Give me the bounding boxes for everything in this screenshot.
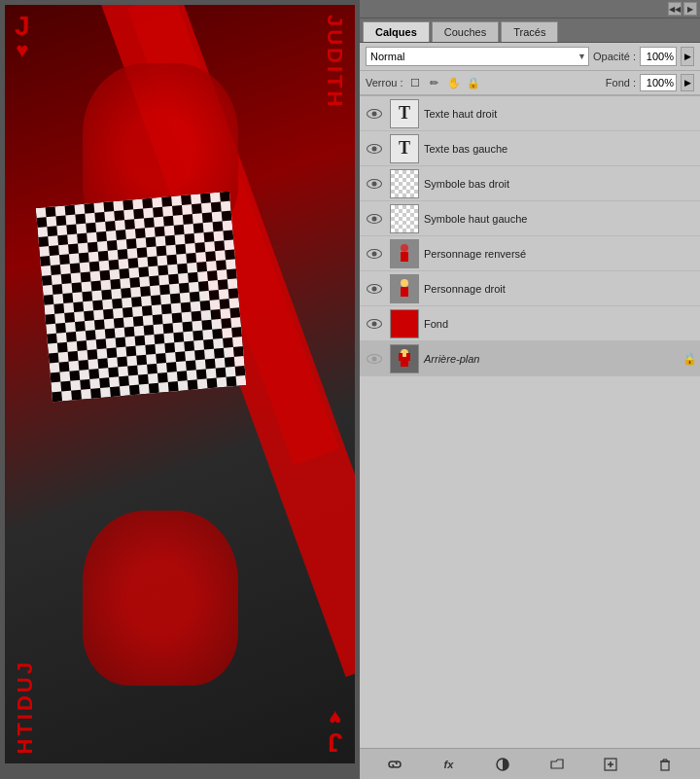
heart-bottom-right: ♥ [330,707,342,728]
lock-transparent-btn[interactable]: ☐ [407,75,423,90]
lock-label: Verrou : [366,77,403,89]
new-layer-btn[interactable] [600,754,621,775]
eye-icon-fond [367,319,382,329]
layers-list: T Texte haut droit T Texte bas gauche Sy… [360,95,700,748]
layer-thumb-arriere-plan [390,344,419,373]
layer-name-personnage-droit: Personnage droit [424,283,696,295]
eye-icon-arriere-plan [367,354,382,364]
layer-name-symbole-haut-gauche: Symbole haut gauche [424,213,696,225]
svg-point-1 [401,244,408,252]
layers-toolbar: fx [360,748,700,779]
lock-all-btn[interactable]: 🔒 [466,75,481,90]
eye-icon-symbole-haut-gauche [367,214,382,224]
rank-top-left: J [15,13,30,40]
svg-point-4 [401,279,408,287]
layer-eye-symbole-bas-droit[interactable] [364,173,385,195]
lock-image-btn[interactable]: ✏ [427,75,442,90]
costume-bottom [83,511,238,686]
blend-select-arrow: ▼ [578,52,586,61]
half-circle-icon [495,757,510,772]
layer-personnage-renverse[interactable]: Personnage renversé [360,236,700,271]
trash-icon [657,757,673,772]
svg-rect-9 [399,353,402,361]
canvas-image: J ♥ J ♥ JUDITH HTIDUJ [5,5,355,763]
eye-icon-personnage-renverse [367,249,382,259]
layer-symbole-haut-gauche[interactable]: Symbole haut gauche [360,201,700,236]
layer-symbole-bas-droit[interactable]: Symbole bas droit [360,166,700,201]
fill-field[interactable]: 100% [640,74,677,91]
folder-icon [549,757,565,772]
fill-arrow[interactable]: ▶ [681,74,694,91]
fx-btn[interactable]: fx [438,754,459,775]
corner-bottom-right: J ♥ [328,707,343,756]
layer-eye-arriere-plan[interactable] [364,348,385,370]
blend-mode-row: Normal ▼ Opacité : 100% ▶ [360,43,700,71]
text-judith-left-bottom: HTIDUJ [13,659,38,754]
layer-eye-texte-haut-droit[interactable] [364,103,385,124]
tab-couches[interactable]: Couches [432,21,499,42]
opacity-label: Opacité : [593,51,636,62]
svg-rect-15 [661,761,669,770]
svg-rect-2 [401,252,408,262]
checkered-pattern [36,192,247,403]
layer-personnage-droit[interactable]: Personnage droit [360,271,700,306]
opacity-arrow[interactable]: ▶ [681,47,694,66]
new-layer-icon [603,757,618,772]
lock-position-btn[interactable]: ✋ [446,75,462,90]
layer-fond[interactable]: Fond [360,306,700,341]
text-judith-right: JUDITH [322,15,347,109]
layer-lock-arriere-plan: 🔒 [682,352,696,366]
layer-name-texte-haut-droit: Texte haut droit [424,108,696,120]
layer-name-symbole-bas-droit: Symbole bas droit [424,178,696,190]
panel-collapse-bar: ◀◀ ▶ [360,0,700,18]
layer-thumb-texte-haut-droit: T [390,99,419,128]
layer-thumb-symbole-haut-gauche [390,204,419,233]
layer-thumb-personnage-renverse [390,239,419,268]
thumb-svg-arriere [391,345,418,372]
layer-eye-texte-bas-gauche[interactable] [364,138,385,159]
thumb-svg-droit [391,275,418,302]
delete-layer-btn[interactable] [654,754,676,775]
fx-icon: fx [444,759,454,770]
eye-icon-texte-bas-gauche [367,144,382,154]
thumb-svg-renverse [391,240,418,267]
layer-name-arriere-plan: Arrière-plan [424,353,679,365]
collapse-left-btn[interactable]: ◀◀ [668,2,682,16]
layer-thumb-symbole-bas-droit [390,169,419,198]
layer-eye-symbole-haut-gauche[interactable] [364,208,385,230]
rank-bottom-right: J [328,728,343,756]
opacity-value: 100% [647,51,674,62]
layer-thumb-personnage-droit [390,274,419,303]
tab-traces[interactable]: Tracés [501,21,558,42]
adjustment-btn[interactable] [492,754,513,775]
eye-icon-symbole-bas-droit [367,179,382,189]
canvas-area: J ♥ J ♥ JUDITH HTIDUJ [0,0,360,779]
lock-row: Verrou : ☐ ✏ ✋ 🔒 Fond : 100% ▶ [360,71,700,95]
link-icon [387,757,402,772]
fill-value: 100% [647,77,674,89]
layer-thumb-texte-bas-gauche: T [390,134,419,163]
fill-label: Fond : [606,77,636,89]
layer-name-personnage-renverse: Personnage renversé [424,248,696,260]
layer-texte-haut-droit[interactable]: T Texte haut droit [360,96,700,131]
panel-tabs: Calques Couches Tracés [360,18,700,43]
layer-eye-personnage-renverse[interactable] [364,243,385,265]
layer-name-texte-bas-gauche: Texte bas gauche [424,143,696,155]
layers-panel: ◀◀ ▶ Calques Couches Tracés Normal ▼ Opa… [360,0,700,779]
layer-eye-fond[interactable] [364,313,385,335]
svg-rect-10 [406,353,410,361]
layer-eye-personnage-droit[interactable] [364,278,385,300]
layer-texte-bas-gauche[interactable]: T Texte bas gauche [360,131,700,166]
layer-thumb-fond [390,309,419,338]
svg-rect-5 [401,287,408,297]
layer-arriere-plan[interactable]: Arrière-plan 🔒 [360,341,700,376]
collapse-right-btn[interactable]: ▶ [683,2,697,16]
layers-container: T Texte haut droit T Texte bas gauche Sy… [360,95,700,748]
link-layers-btn[interactable] [384,754,405,775]
heart-top-left: ♥ [16,40,28,61]
blend-mode-select[interactable]: Normal ▼ [366,47,589,66]
opacity-field[interactable]: 100% [640,47,677,66]
new-group-btn[interactable] [546,754,568,775]
blend-mode-value: Normal [370,51,404,62]
tab-calques[interactable]: Calques [363,21,430,42]
